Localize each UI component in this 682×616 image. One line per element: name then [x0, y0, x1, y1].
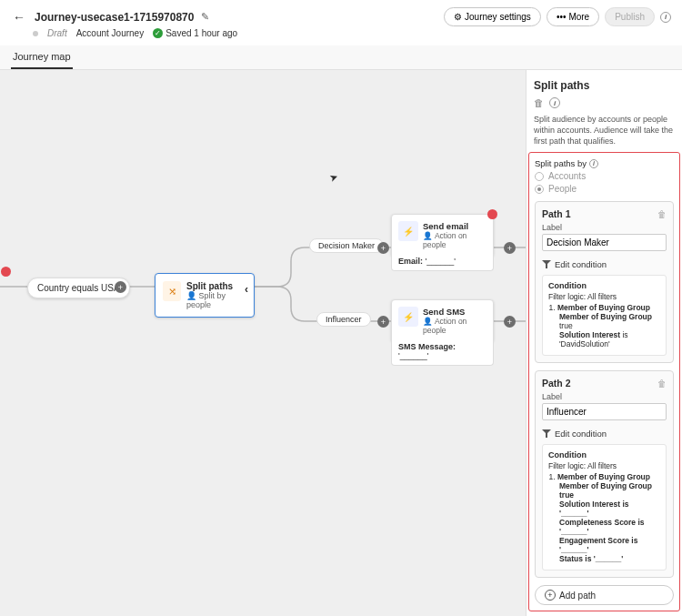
split-sub: Split by people: [186, 291, 226, 309]
journey-type: Account Journey: [76, 28, 145, 38]
label-field-label: Label: [542, 223, 667, 232]
add-node-icon[interactable]: +: [504, 316, 516, 328]
more-icon: •••: [557, 12, 567, 22]
path-label-influencer[interactable]: Influencer: [316, 312, 371, 327]
split-node[interactable]: ⤨ Split paths 👤 Split by people ‹: [155, 273, 255, 318]
entry-label: Country equals USA: [37, 283, 120, 293]
status-dot: [33, 31, 38, 36]
action-sub: Action on people: [423, 317, 466, 335]
journey-title: Journey-usecase1-1715970870: [35, 11, 194, 24]
split-config: Split paths by i Accounts People Path 1 …: [528, 152, 680, 611]
add-node-icon[interactable]: +: [377, 316, 389, 328]
action-title: Send SMS: [423, 307, 486, 317]
split-title: Split paths: [186, 281, 246, 291]
path-card-1: Path 1 🗑 Label Edit condition Condition …: [535, 201, 674, 363]
action-title: Send email: [423, 221, 486, 231]
condition-summary: Condition Filter logic: All filters Memb…: [542, 444, 667, 571]
draft-status: Draft: [47, 28, 67, 38]
publish-button: Publish: [605, 7, 655, 26]
saved-status: ✓Saved 1 hour ago: [153, 28, 237, 38]
error-icon: [1, 267, 11, 277]
path-heading: Path 2: [542, 378, 571, 389]
radio-accounts[interactable]: Accounts: [535, 171, 674, 181]
action-node-send-email[interactable]: ⚡ Send email 👤 Action on people: [391, 214, 494, 257]
edit-condition-button[interactable]: Edit condition: [542, 257, 667, 275]
label-field-label: Label: [542, 392, 667, 401]
edit-title-icon[interactable]: ✎: [201, 11, 209, 23]
path-heading: Path 1: [542, 208, 571, 219]
add-node-icon[interactable]: +: [115, 281, 126, 293]
action-detail-sms: SMS Message: '______': [391, 338, 494, 366]
condition-summary: Condition Filter logic: All filters Memb…: [542, 275, 667, 356]
funnel-icon: [542, 429, 551, 439]
split-icon: ⤨: [163, 281, 181, 301]
action-node-send-sms[interactable]: ⚡ Send SMS 👤 Action on people: [391, 299, 494, 342]
tabs: Journey map: [0, 45, 682, 70]
info-icon[interactable]: i: [549, 97, 560, 108]
info-icon[interactable]: i: [660, 12, 671, 23]
cursor-icon: ➤: [328, 171, 340, 185]
path-card-2: Path 2 🗑 Label Edit condition Condition …: [535, 370, 674, 578]
action-icon: ⚡: [398, 221, 418, 241]
panel-title: Split paths: [534, 79, 675, 92]
chevron-left-icon: ‹: [245, 283, 248, 296]
tab-journey-map[interactable]: Journey map: [11, 45, 73, 69]
delete-icon[interactable]: 🗑: [534, 97, 544, 108]
add-node-icon[interactable]: +: [504, 242, 516, 254]
action-sub: Action on people: [423, 231, 466, 249]
error-icon: [487, 209, 497, 219]
path-label-input[interactable]: [542, 403, 667, 420]
more-button[interactable]: •••More: [547, 7, 599, 26]
delete-path-icon[interactable]: 🗑: [657, 209, 667, 219]
path-label-decision-maker[interactable]: Decision Maker: [309, 238, 384, 253]
panel-description: Split audience by accounts or people wit…: [534, 114, 675, 146]
action-detail-email: Email: '______': [391, 252, 494, 271]
properties-panel: Split paths 🗑 i Split audience by accoun…: [526, 70, 682, 616]
journey-settings-button[interactable]: ⚙Journey settings: [444, 7, 541, 26]
add-path-button[interactable]: + Add path: [535, 585, 674, 605]
journey-canvas[interactable]: ➤ Country equals USA + ⤨ Split paths 👤 S…: [0, 70, 526, 616]
plus-icon: +: [545, 590, 556, 601]
info-icon[interactable]: i: [589, 159, 598, 168]
radio-people[interactable]: People: [535, 184, 674, 194]
back-button[interactable]: ←: [11, 8, 27, 26]
header: ← Journey-usecase1-1715970870 ✎ ⚙Journey…: [0, 0, 682, 26]
sub-header: Draft Account Journey ✓Saved 1 hour ago: [0, 26, 682, 45]
check-icon: ✓: [153, 28, 163, 38]
add-node-icon[interactable]: +: [377, 242, 389, 254]
path-label-input[interactable]: [542, 234, 667, 251]
action-icon: ⚡: [398, 307, 418, 327]
funnel-icon: [542, 260, 551, 269]
delete-path-icon[interactable]: 🗑: [657, 379, 667, 389]
gear-icon: ⚙: [454, 12, 462, 22]
edit-condition-button[interactable]: Edit condition: [542, 426, 667, 444]
split-by-label: Split paths by i: [535, 158, 674, 168]
